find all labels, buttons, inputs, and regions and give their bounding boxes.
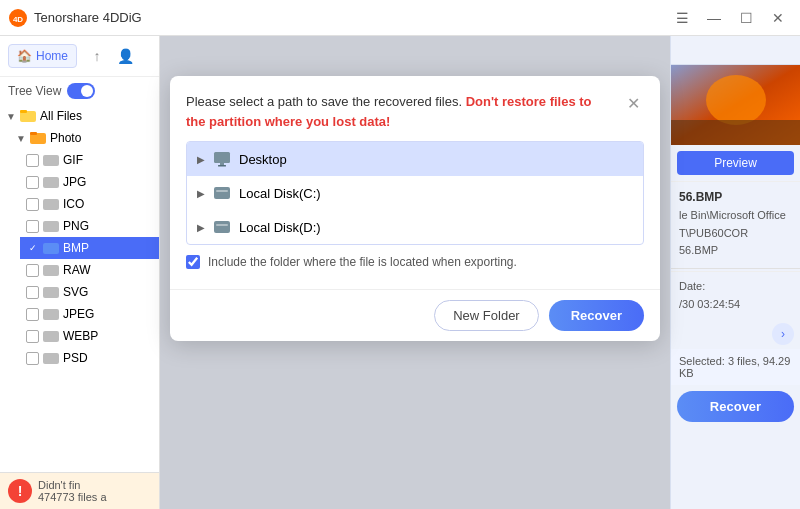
tree-view-label: Tree View [8, 84, 61, 98]
preview-image [671, 65, 800, 145]
preview-button[interactable]: Preview [677, 151, 794, 175]
tree-item-photo[interactable]: ▼ Photo [10, 127, 159, 149]
png-label: PNG [63, 219, 89, 233]
tree-view-toggle[interactable] [67, 83, 95, 99]
bmp-checkbox[interactable]: ✓ [26, 242, 39, 255]
desktop-label: Desktop [239, 152, 287, 167]
include-folder-label: Include the folder where the file is loc… [208, 255, 517, 269]
psd-label: PSD [63, 351, 88, 365]
svg-checkbox[interactable] [26, 286, 39, 299]
tree-item-jpg[interactable]: JPG [20, 171, 159, 193]
maximize-button[interactable]: ☐ [732, 8, 760, 28]
file-name2: 56.BMP [679, 242, 792, 260]
disk-c-label: Local Disk(C:) [239, 186, 321, 201]
png-checkbox[interactable] [26, 220, 39, 233]
file-path: le Bin\Microsoft Office T\PUB60COR [679, 207, 792, 242]
tree-item-ico[interactable]: ICO [20, 193, 159, 215]
svg-rect-19 [214, 187, 230, 199]
photo-label: Photo [50, 131, 81, 145]
ico-checkbox[interactable] [26, 198, 39, 211]
sidebar: 🏠 Home ↑ 👤 Tree View ▼ All Files ▼ [0, 36, 160, 509]
folder-item-c[interactable]: ▶ Local Disk(C:) [187, 176, 643, 210]
modal-header: Please select a path to save the recover… [170, 76, 660, 131]
home-button[interactable]: 🏠 Home [8, 44, 77, 68]
raw-label: RAW [63, 263, 91, 277]
folder-icon-jpeg [43, 306, 59, 322]
gif-checkbox[interactable] [26, 154, 39, 167]
jpeg-label: JPEG [63, 307, 94, 321]
right-panel: 🔍 Preview 56.BMP le Bin\Microsoft Offi [670, 36, 800, 509]
modal-body: ▶ Desktop ▶ [170, 131, 660, 289]
selected-info: Selected: 3 files, 94.29 KB [671, 349, 800, 385]
svg-rect-13 [43, 309, 59, 320]
folder-icon-webp [43, 328, 59, 344]
menu-button[interactable]: ☰ [668, 8, 696, 28]
nav-back-button[interactable]: ↑ [85, 44, 109, 68]
tree-item-bmp[interactable]: ✓ BMP [20, 237, 159, 259]
svg-rect-22 [216, 224, 228, 226]
minimize-button[interactable]: — [700, 8, 728, 28]
include-folder-checkbox[interactable] [186, 255, 200, 269]
nav-people-button[interactable]: 👤 [113, 44, 137, 68]
search-bar: 🔍 [671, 36, 800, 65]
expand-arrow-icon: ▼ [16, 133, 26, 144]
tree-item-jpeg[interactable]: JPEG [20, 303, 159, 325]
tree-item-all-files[interactable]: ▼ All Files [0, 105, 159, 127]
bmp-label: BMP [63, 241, 89, 255]
app-body: 🏠 Home ↑ 👤 Tree View ▼ All Files ▼ [0, 36, 800, 509]
disk-d-label: Local Disk(D:) [239, 220, 321, 235]
warning-icon: ! [8, 479, 32, 503]
svg-rect-15 [43, 353, 59, 364]
folder-icon-raw [43, 262, 59, 278]
save-path-modal: Please select a path to save the recover… [170, 76, 660, 341]
modal-close-button[interactable]: ✕ [622, 92, 644, 114]
modal-footer: New Folder Recover [170, 289, 660, 341]
tree-item-gif[interactable]: GIF [20, 149, 159, 171]
folder-icon-svg [43, 284, 59, 300]
svg-rect-7 [43, 177, 59, 188]
file-info: 56.BMP le Bin\Microsoft Office T\PUB60CO… [671, 181, 800, 266]
file-date: Date: /30 03:24:54 [671, 271, 800, 319]
tree-item-webp[interactable]: WEBP [20, 325, 159, 347]
folder-icon-ico [43, 196, 59, 212]
tree-item-png[interactable]: PNG [20, 215, 159, 237]
search-input[interactable] [679, 43, 800, 57]
tree-item-svg[interactable]: SVG [20, 281, 159, 303]
recover-button[interactable]: Recover [549, 300, 644, 331]
main-recover-button[interactable]: Recover [677, 391, 794, 422]
svg-rect-8 [43, 199, 59, 210]
svg-rect-9 [43, 221, 59, 232]
window-controls: ☰ — ☐ ✕ [668, 8, 792, 28]
folder-item-d[interactable]: ▶ Local Disk(D:) [187, 210, 643, 244]
app-title: Tenorshare 4DDiG [34, 10, 142, 25]
svg-rect-14 [43, 331, 59, 342]
svg-rect-18 [218, 165, 226, 167]
close-button[interactable]: ✕ [764, 8, 792, 28]
modal-title-text: Please select a path to save the recover… [186, 94, 466, 109]
tree-item-psd[interactable]: PSD [20, 347, 159, 369]
folder-list: ▶ Desktop ▶ [186, 141, 644, 245]
app-logo: 4D [8, 8, 28, 28]
expand-detail-button[interactable]: › [772, 323, 794, 345]
tree-item-raw[interactable]: RAW [20, 259, 159, 281]
expand-arrow-icon: ▼ [6, 111, 16, 122]
psd-checkbox[interactable] [26, 352, 39, 365]
titlebar-left: 4D Tenorshare 4DDiG [8, 8, 142, 28]
jpg-checkbox[interactable] [26, 176, 39, 189]
webp-checkbox[interactable] [26, 330, 39, 343]
tree-toggle-row: Tree View [0, 77, 159, 105]
disk-c-icon [213, 184, 231, 202]
modal-overlay: Please select a path to save the recover… [160, 36, 670, 509]
status-bar: ! Didn't fin 474773 files a [0, 472, 159, 509]
checkbox-row: Include the folder where the file is loc… [186, 255, 644, 269]
jpeg-checkbox[interactable] [26, 308, 39, 321]
folder-item-desktop[interactable]: ▶ Desktop [187, 142, 643, 176]
expand-arrow-icon: ▶ [197, 222, 205, 233]
disk-d-icon [213, 218, 231, 236]
folder-icon-bmp [43, 240, 59, 256]
new-folder-button[interactable]: New Folder [434, 300, 538, 331]
raw-checkbox[interactable] [26, 264, 39, 277]
expand-arrow-icon: ▶ [197, 188, 205, 199]
webp-label: WEBP [63, 329, 98, 343]
svg-label: SVG [63, 285, 88, 299]
